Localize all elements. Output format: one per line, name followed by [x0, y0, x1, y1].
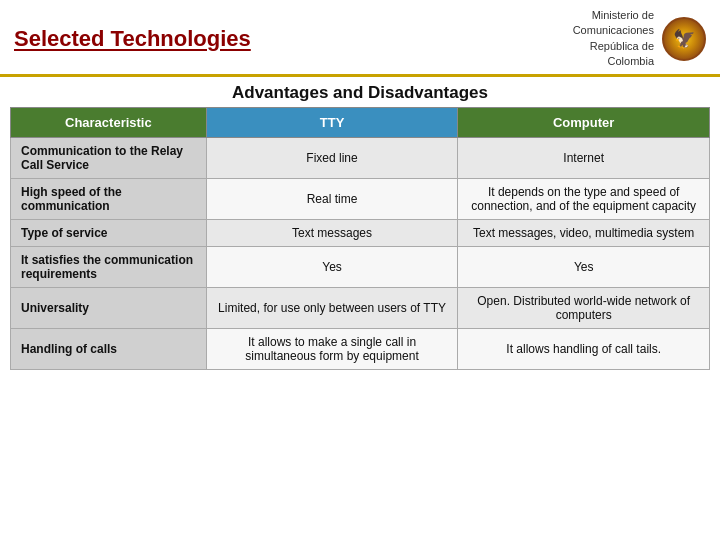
table-row: Type of serviceText messagesText message… — [11, 219, 710, 246]
cell-tty: It allows to make a single call in simul… — [206, 328, 458, 369]
cell-characteristic: High speed of the communication — [11, 178, 207, 219]
cell-computer: It depends on the type and speed of conn… — [458, 178, 710, 219]
cell-computer: Text messages, video, multimedia system — [458, 219, 710, 246]
col-header-characteristic: Characteristic — [11, 107, 207, 137]
ministry-line4: Colombia — [573, 54, 654, 69]
ministry-text: Ministerio de Comunicaciones República d… — [573, 8, 654, 70]
ministry-line2: Comunicaciones — [573, 23, 654, 38]
page-wrapper: Selected Technologies Ministerio de Comu… — [0, 0, 720, 540]
cell-characteristic: Universality — [11, 287, 207, 328]
comparison-table-wrapper: Characteristic TTY Computer Communicatio… — [0, 107, 720, 540]
cell-tty: Yes — [206, 246, 458, 287]
col-header-tty: TTY — [206, 107, 458, 137]
cell-tty: Limited, for use only between users of T… — [206, 287, 458, 328]
cell-tty: Real time — [206, 178, 458, 219]
table-row: Handling of callsIt allows to make a sin… — [11, 328, 710, 369]
cell-characteristic: Type of service — [11, 219, 207, 246]
ministry-line1: Ministerio de — [573, 8, 654, 23]
cell-characteristic: It satisfies the communication requireme… — [11, 246, 207, 287]
cell-computer: It allows handling of call tails. — [458, 328, 710, 369]
header-right: Ministerio de Comunicaciones República d… — [573, 8, 706, 70]
comparison-table: Characteristic TTY Computer Communicatio… — [10, 107, 710, 370]
ministry-line3: República de — [573, 39, 654, 54]
page-header-title: Selected Technologies — [14, 26, 251, 52]
header: Selected Technologies Ministerio de Comu… — [0, 0, 720, 77]
logo-icon: 🦅 — [662, 17, 706, 61]
cell-tty: Text messages — [206, 219, 458, 246]
table-row: It satisfies the communication requireme… — [11, 246, 710, 287]
table-row: UniversalityLimited, for use only betwee… — [11, 287, 710, 328]
cell-characteristic: Handling of calls — [11, 328, 207, 369]
cell-characteristic: Communication to the Relay Call Service — [11, 137, 207, 178]
advantages-title: Advantages and Disadvantages — [0, 77, 720, 107]
cell-computer: Internet — [458, 137, 710, 178]
cell-computer: Open. Distributed world-wide network of … — [458, 287, 710, 328]
col-header-computer: Computer — [458, 107, 710, 137]
cell-computer: Yes — [458, 246, 710, 287]
table-row: Communication to the Relay Call ServiceF… — [11, 137, 710, 178]
cell-tty: Fixed line — [206, 137, 458, 178]
table-row: High speed of the communicationReal time… — [11, 178, 710, 219]
